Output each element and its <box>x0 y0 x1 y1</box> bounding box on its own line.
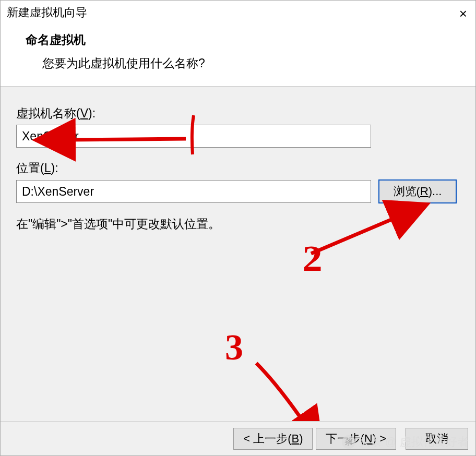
vm-name-input[interactable] <box>16 125 371 148</box>
cancel-button[interactable]: 取消 <box>406 428 468 450</box>
page-title: 命名虚拟机 <box>26 32 469 48</box>
browse-button[interactable]: 浏览(R)... <box>378 179 457 203</box>
back-button[interactable]: < 上一步(B) <box>233 428 313 450</box>
wizard-header: 命名虚拟机 您要为此虚拟机使用什么名称? <box>1 25 475 87</box>
wizard-footer: < 上一步(B) 下一步(N) > 取消 <box>1 421 475 455</box>
location-row: 浏览(R)... <box>16 179 460 203</box>
annotation-2: 2 <box>302 238 323 280</box>
wizard-window: 新建虚拟机向导 × 命名虚拟机 您要为此虚拟机使用什么名称? 虚拟机名称(V):… <box>0 0 476 456</box>
titlebar: 新建虚拟机向导 × <box>1 1 475 25</box>
annotation-3: 3 <box>225 327 243 368</box>
vm-name-group: 虚拟机名称(V): <box>16 105 460 148</box>
wizard-content: 虚拟机名称(V): 位置(L): 浏览(R)... 在"编辑">"首选项"中可更… <box>1 87 475 421</box>
close-icon[interactable]: × <box>459 6 467 22</box>
location-hint: 在"编辑">"首选项"中可更改默认位置。 <box>16 216 460 232</box>
next-button[interactable]: 下一步(N) > <box>316 428 396 450</box>
location-label: 位置(L): <box>16 160 460 176</box>
window-title: 新建虚拟机向导 <box>7 5 87 20</box>
location-group: 位置(L): 浏览(R)... <box>16 160 460 203</box>
location-input[interactable] <box>16 180 371 203</box>
page-subtitle: 您要为此虚拟机使用什么名称? <box>42 55 469 71</box>
vm-name-label: 虚拟机名称(V): <box>16 105 460 122</box>
